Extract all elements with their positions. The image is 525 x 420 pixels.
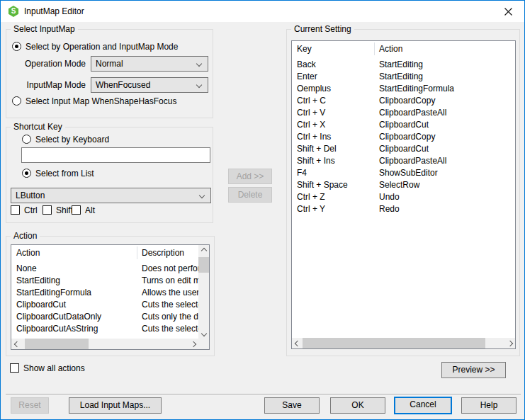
description-cell: Does not perform [137, 263, 198, 273]
key-cell: Ctrl + X [292, 120, 374, 130]
keyboard-shortcut-input[interactable] [21, 147, 210, 163]
current-setting-row[interactable]: Ctrl + C ClipboardCopy [292, 94, 515, 106]
current-setting-row[interactable]: Ctrl + V ClipboardPasteAll [292, 106, 515, 118]
scroll-up-button[interactable] [198, 245, 209, 256]
add-button[interactable]: Add >> [228, 169, 272, 184]
scroll-left-button[interactable] [11, 339, 22, 349]
radio-select-by-operation-label: Select by Operation and InputMap Mode [26, 42, 178, 52]
radio-select-by-keyboard-label: Select by Keyboard [35, 135, 109, 144]
radio-select-inputmap-whenshapehasfocus[interactable] [12, 96, 21, 106]
inputmap-mode-select[interactable]: WhenFocused [91, 77, 208, 93]
radio-select-from-list[interactable] [22, 169, 31, 178]
action-cell: StartEditing [374, 59, 515, 69]
radio-select-by-keyboard[interactable] [22, 135, 31, 144]
action-list-header: Action Description [11, 245, 198, 261]
radio-select-by-operation[interactable] [12, 42, 21, 51]
description-column-header[interactable]: Description [137, 248, 184, 258]
operation-mode-select[interactable]: Normal [91, 56, 208, 72]
action-cell: ClipboardPasteAll [374, 108, 515, 118]
shift-checkbox[interactable] [43, 205, 52, 215]
action-cell: Undo [374, 192, 515, 202]
current-setting-row[interactable]: Ctrl + Z Undo [292, 191, 515, 203]
column-divider[interactable] [137, 246, 137, 259]
scroll-down-icon [201, 330, 206, 336]
current-setting-row[interactable]: Shift + Del ClipboardCut [292, 142, 515, 154]
inputmap-mode-value: WhenFocused [96, 80, 150, 90]
scroll-up-icon [201, 247, 206, 253]
current-setting-row[interactable]: Shift + Ins ClipboardPasteAll [292, 154, 515, 166]
action-column-header[interactable]: Action [374, 44, 402, 54]
scroll-right-button[interactable] [504, 338, 515, 348]
action-list-row[interactable]: ClipboardCutAsString Cuts the selected [11, 322, 198, 334]
horizontal-scroll-thumb[interactable] [25, 339, 89, 349]
key-column-header[interactable]: Key [292, 44, 374, 54]
horizontal-scrollbar[interactable] [292, 338, 515, 348]
ctrl-checkbox[interactable] [11, 205, 20, 215]
close-button[interactable] [492, 1, 524, 22]
action-cell: ClipboardCutAsString [11, 324, 137, 334]
action-list-row[interactable]: StartEditingFormula Allows the user to [11, 286, 198, 298]
action-cell: ClipboardPasteAll [374, 156, 515, 166]
key-list-select[interactable]: LButton [11, 188, 211, 203]
current-setting-row[interactable]: Back StartEditing [292, 58, 515, 70]
vertical-scrollbar[interactable] [198, 245, 209, 339]
save-button[interactable]: Save [264, 397, 320, 414]
chevron-down-icon [196, 82, 202, 88]
action-cell: StartEditingFormula [374, 84, 515, 93]
delete-button[interactable]: Delete [228, 187, 272, 203]
cancel-button[interactable]: Cancel [394, 397, 452, 414]
help-button[interactable]: Help [461, 397, 516, 414]
load-input-maps-button[interactable]: Load Input Maps... [69, 397, 162, 414]
horizontal-scroll-thumb[interactable] [303, 338, 485, 348]
key-cell: Ctrl + Z [292, 192, 374, 202]
key-cell: Shift + Space [292, 180, 374, 190]
action-cell: Redo [374, 204, 515, 214]
select-inputmap-group: Select InputMap Select by Operation and … [6, 29, 213, 118]
radio-select-from-list-label: Select from List [35, 169, 94, 178]
ok-button[interactable]: OK [330, 397, 385, 414]
inputmap-mode-label: InputMap Mode [19, 80, 86, 90]
action-cell: ShowSubEditor [374, 168, 515, 178]
preview-button[interactable]: Preview >> [441, 362, 506, 378]
close-icon [504, 8, 512, 16]
scroll-down-button[interactable] [198, 328, 209, 339]
horizontal-scrollbar[interactable] [11, 339, 198, 349]
reset-button[interactable]: Reset [11, 397, 49, 414]
action-list-row[interactable]: StartEditing Turns on edit mod [11, 274, 198, 286]
column-divider[interactable] [374, 42, 375, 55]
action-cell: ClipboardCut [374, 144, 515, 154]
current-setting-row[interactable]: Ctrl + Ins ClipboardCopy [292, 130, 515, 142]
action-list-row[interactable]: ClipboardCut Cuts the selected [11, 298, 198, 310]
inputmap-editor-dialog: S InputMap Editor Select InputMap Select… [0, 0, 525, 420]
key-cell: Ctrl + C [292, 96, 374, 106]
current-setting-row[interactable]: Ctrl + X ClipboardCut [292, 118, 515, 130]
action-list-row[interactable]: ClipboardCutDataOnly Cuts only the data [11, 310, 198, 322]
action-cell: SelectRow [374, 180, 515, 190]
description-cell: Cuts the selected [137, 324, 198, 334]
description-cell: Cuts the selected [137, 300, 198, 310]
alt-checkbox[interactable] [72, 205, 81, 215]
key-cell: Ctrl + Ins [292, 132, 374, 142]
current-setting-row[interactable]: Shift + Space SelectRow [292, 178, 515, 191]
ctrl-checkbox-label: Ctrl [24, 205, 38, 215]
scroll-right-button[interactable] [188, 339, 198, 349]
action-cell: ClipboardCopy [374, 96, 515, 106]
action-cell: StartEditingFormula [11, 288, 137, 297]
description-cell: Cuts only the data [137, 312, 198, 322]
description-cell: Turns on edit mod [137, 276, 198, 285]
current-setting-row[interactable]: Enter StartEditing [292, 70, 515, 82]
current-setting-row[interactable]: Ctrl + Y Redo [292, 203, 515, 215]
scroll-left-button[interactable] [292, 338, 303, 348]
radio-select-inputmap-whenshapehasfocus-label: Select Input Map WhenShapeHasFocus [26, 96, 176, 106]
action-listview: Action Description None Does not perform… [11, 244, 210, 350]
current-setting-rows: Back StartEditing Enter StartEditing Oem… [292, 58, 515, 338]
show-all-actions-checkbox[interactable] [10, 363, 19, 373]
current-setting-row[interactable]: F4 ShowSubEditor [292, 166, 515, 178]
action-cell: StartEditing [11, 276, 137, 285]
vertical-scroll-thumb[interactable] [198, 257, 209, 273]
chevron-down-icon [199, 193, 205, 198]
operation-mode-label: Operation Mode [19, 59, 86, 69]
action-column-header[interactable]: Action [11, 248, 137, 258]
current-setting-row[interactable]: Oemplus StartEditingFormula [292, 82, 515, 94]
action-list-row[interactable]: None Does not perform [11, 262, 198, 274]
